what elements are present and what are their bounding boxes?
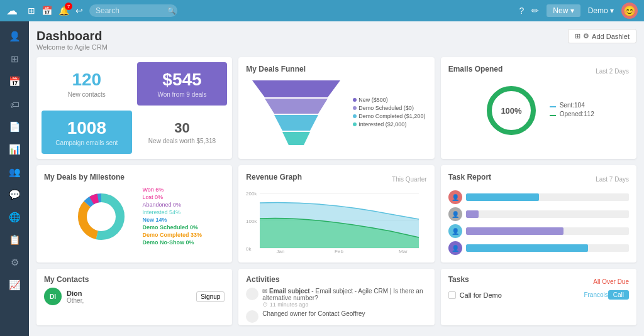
stat-grid: 120 New contacts $545 Won from 9 deals 1…: [42, 62, 227, 154]
svg-text:Jan: Jan: [277, 249, 285, 253]
page-subtitle: Welcome to Agile CRM: [36, 43, 108, 51]
stat-campaign: 1008 Campaign emails sent: [42, 111, 132, 154]
signup-button[interactable]: Signup: [196, 291, 225, 302]
sidebar-item-contacts[interactable]: 👤: [3, 26, 26, 46]
tasks-header: Tasks All Over Due: [448, 275, 629, 288]
gear-icon-small: ⚙: [583, 32, 589, 40]
svg-point-12: [89, 204, 114, 229]
task-avatar: 👤: [448, 241, 462, 255]
task-checkbox[interactable]: [448, 291, 456, 299]
svg-text:Mar: Mar: [399, 249, 408, 253]
task-avatar: 👤: [448, 207, 462, 221]
help-icon[interactable]: ?: [519, 6, 525, 16]
svg-marker-3: [282, 132, 310, 145]
activity-item: Changed owner for Contact Geoffrey: [246, 310, 426, 323]
page-title-block: Dashboard Welcome to Agile CRM: [36, 29, 108, 51]
task-row: 👤: [448, 207, 629, 221]
sidebar-item-analytics[interactable]: 📈: [3, 275, 26, 295]
svg-marker-2: [274, 115, 318, 131]
milestone-donut-svg: [67, 185, 136, 248]
svg-text:100%: 100%: [501, 106, 522, 116]
call-button[interactable]: Call: [608, 290, 629, 300]
svg-text:0k: 0k: [246, 246, 252, 252]
activity-item: ✉ Email subject - Email subject - Agile …: [246, 288, 426, 308]
funnel-labels: New ($500) Demo Scheduled ($0) Demo Comp…: [353, 97, 425, 127]
task-bar-bg: [466, 244, 629, 252]
milestone-container: Won 6% Lost 0% Abandoned 0% Interested 5…: [44, 185, 225, 248]
sidebar-item-deals[interactable]: 🏷: [3, 94, 26, 114]
milestone-card: My Deals by Milestone Won 6%: [36, 165, 232, 263]
sidebar-item-users[interactable]: 👥: [3, 162, 26, 182]
activities-card: Activities ✉ Email subject - Email subje…: [238, 269, 434, 325]
search-input[interactable]: [96, 6, 165, 15]
stats-card: 120 New contacts $545 Won from 9 deals 1…: [36, 57, 232, 159]
demo-button[interactable]: Demo ▾: [588, 6, 614, 15]
page-title: Dashboard: [36, 29, 108, 43]
task-bar: [466, 244, 589, 252]
calendar-icon[interactable]: 📅: [42, 6, 52, 16]
dashboard-grid: 120 New contacts $545 Won from 9 deals 1…: [36, 57, 636, 159]
new-button[interactable]: New ▾: [547, 4, 580, 17]
tasks-card: Tasks All Over Due Call for Demo Francoi…: [441, 269, 636, 325]
stat-won: $545 Won from 9 deals: [137, 62, 228, 106]
emails-card: Emails Opened Last 2 Days 100% Sent:104: [441, 57, 636, 159]
funnel-card: My Deals Funnel New ($500) D: [238, 57, 434, 159]
notification-badge: 7: [65, 3, 72, 10]
sidebar-item-dashboard[interactable]: ⊞: [3, 49, 26, 69]
donut-container: 100% Sent:104 Opened:112: [448, 82, 629, 139]
sidebar-item-documents[interactable]: 📄: [3, 117, 26, 137]
task-row: 👤: [448, 190, 629, 204]
emails-header: Emails Opened Last 2 Days: [448, 65, 629, 77]
search-box[interactable]: 🔍: [89, 4, 177, 17]
funnel-label-new: New ($500): [353, 97, 425, 103]
contacts-card: My Contacts DI Dion Other, Signup: [36, 269, 232, 325]
svg-marker-0: [252, 80, 340, 97]
task-row: 👤: [448, 224, 629, 238]
task-bar-bg: [466, 193, 629, 201]
sidebar-item-calendar[interactable]: 📅: [3, 72, 26, 92]
task-bar: [466, 210, 479, 218]
task-report-card: Task Report Last 7 Days 👤 👤 👤: [441, 165, 636, 263]
notification-bell[interactable]: 🔔 7: [58, 6, 69, 16]
contact-item: DI Dion Other, Signup: [44, 288, 225, 305]
donut-legend: Sent:104 Opened:112: [550, 102, 594, 119]
funnel-label-interested: Interested ($2,000): [353, 121, 425, 127]
task-avatar: 👤: [448, 190, 462, 204]
sidebar-item-list[interactable]: 📋: [3, 230, 26, 250]
task-bar: [466, 227, 564, 235]
revenue-header: Revenue Graph This Quarter: [246, 173, 426, 185]
logo-icon[interactable]: ☁: [6, 4, 18, 18]
task-row: 👤: [448, 241, 629, 255]
activity-icon: [246, 310, 258, 323]
grid-icon[interactable]: ⊞: [28, 6, 35, 16]
task-item: Call for Demo Francois Call: [448, 290, 629, 300]
svg-marker-1: [265, 99, 328, 114]
sidebar-item-reports[interactable]: 📊: [3, 139, 26, 160]
task-rows: 👤 👤 👤 👤: [448, 190, 629, 255]
funnel-label-demo-completed: Demo Completed ($1,200): [353, 113, 425, 119]
revenue-chart: 200k 100k 0k Jan Feb Mar: [246, 190, 426, 255]
sidebar-item-globe[interactable]: 🌐: [3, 207, 26, 227]
funnel-container: New ($500) Demo Scheduled ($0) Demo Comp…: [246, 77, 426, 146]
main-content: Dashboard Welcome to Agile CRM ⊞ ⚙ Add D…: [29, 21, 644, 336]
task-report-header: Task Report Last 7 Days: [448, 173, 629, 185]
svg-text:200k: 200k: [246, 191, 257, 197]
sidebar-item-chat[interactable]: 💬: [3, 185, 26, 205]
topnav-right: ? ✏ New ▾ Demo ▾ 😊: [519, 3, 638, 19]
avatar[interactable]: 😊: [621, 3, 638, 19]
donut-svg: 100%: [483, 82, 540, 139]
dashboard-grid-row2: My Deals by Milestone Won 6%: [36, 165, 636, 263]
svg-text:Feb: Feb: [335, 249, 343, 253]
task-bar: [466, 193, 540, 201]
sidebar-item-settings[interactable]: ⚙: [3, 252, 26, 273]
stat-new-deals: 30 New deals worth $5,318: [137, 111, 228, 154]
bottom-row: My Contacts DI Dion Other, Signup Activi…: [36, 269, 636, 325]
funnel-svg: [246, 77, 347, 146]
contact-avatar: DI: [44, 288, 62, 305]
edit-icon[interactable]: ✏: [531, 6, 539, 16]
history-icon[interactable]: ↩: [75, 6, 83, 16]
task-bar-bg: [466, 210, 629, 218]
task-avatar: 👤: [448, 224, 462, 238]
add-dashlet-button[interactable]: ⊞ ⚙ Add Dashlet: [568, 29, 636, 43]
page-header: Dashboard Welcome to Agile CRM ⊞ ⚙ Add D…: [36, 29, 636, 51]
